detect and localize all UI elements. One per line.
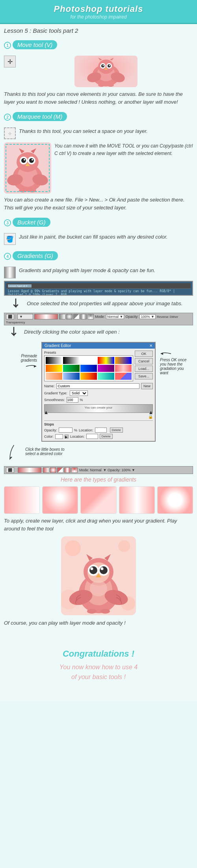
gradient-header-row: 4 Gradients (G) bbox=[4, 249, 193, 263]
marquee-tool-header: Marquee tool (M) bbox=[13, 112, 67, 121]
svg-point-51 bbox=[89, 566, 97, 574]
svg-point-24 bbox=[21, 158, 26, 163]
ge-color-label: Color: bbox=[44, 435, 54, 439]
ge-stop-right[interactable] bbox=[149, 411, 152, 414]
ge-load-button[interactable]: Load... bbox=[135, 366, 153, 372]
grad-preview-angle bbox=[80, 486, 116, 514]
ge-presets-box bbox=[44, 355, 133, 381]
preset-7[interactable] bbox=[63, 365, 80, 372]
gt-sep bbox=[16, 467, 16, 473]
preset-11[interactable] bbox=[46, 373, 62, 380]
ge-opacity-pct: % bbox=[74, 428, 77, 432]
svg-point-53 bbox=[91, 567, 93, 570]
svg-point-45 bbox=[87, 609, 97, 614]
ge-location-input2[interactable] bbox=[86, 434, 98, 439]
ge-delete-color-button[interactable]: Delete bbox=[100, 434, 113, 439]
gradient-title: Gradients (G) bbox=[17, 252, 53, 259]
ge-new-button[interactable]: New bbox=[141, 383, 153, 389]
preset-12[interactable] bbox=[63, 373, 80, 380]
gt-reflected[interactable] bbox=[64, 467, 71, 473]
ge-opacity-input[interactable] bbox=[59, 427, 72, 433]
preset-5[interactable] bbox=[115, 357, 132, 364]
gradient-number: 4 bbox=[4, 253, 11, 260]
ge-stop-left[interactable] bbox=[45, 411, 48, 414]
arrow-down-indicator bbox=[12, 298, 24, 311]
bucket-title: Bucket (G) bbox=[17, 219, 46, 226]
ge-smoothness-input[interactable] bbox=[67, 397, 78, 403]
bucket-description: Just like in paint, the bucket can fill … bbox=[19, 233, 167, 241]
ge-ok-button[interactable]: OK bbox=[135, 351, 153, 357]
bucket-number: 3 bbox=[4, 219, 11, 226]
ps-tool-icon: ⬛ bbox=[6, 314, 14, 319]
toolbar-note: Once selected the tool properties will a… bbox=[27, 300, 182, 308]
ge-color-swatch[interactable] bbox=[55, 434, 63, 439]
preset-4[interactable] bbox=[98, 357, 114, 364]
preset-1[interactable] bbox=[46, 357, 62, 364]
svg-point-26 bbox=[24, 159, 25, 161]
lesson-title: Lesson 5 : Basic tools part 2 bbox=[4, 27, 193, 34]
marquee-text-block: You can move it with the MOVE TOOL or yo… bbox=[54, 142, 193, 157]
svg-marker-11 bbox=[98, 58, 102, 60]
preset-15[interactable] bbox=[115, 373, 132, 380]
gradient-previews bbox=[4, 486, 193, 514]
gradient-diamond-icon bbox=[87, 314, 94, 319]
marquee-tool-title: Marquee tool (M) bbox=[17, 113, 62, 120]
svg-point-52 bbox=[100, 566, 108, 574]
bottom-spacer bbox=[4, 690, 193, 698]
ge-type-select[interactable]: Solid Noise bbox=[70, 390, 88, 396]
svg-point-25 bbox=[29, 158, 34, 163]
preset-9[interactable] bbox=[98, 365, 114, 372]
ge-gradient-preview-bar: You can create your bbox=[44, 404, 153, 413]
ps-canvas-area: Lesson Aged @ 99% Gradients and playing … bbox=[6, 289, 191, 296]
ge-body: Presets bbox=[42, 349, 155, 441]
ge-cancel-button[interactable]: Cancel bbox=[135, 358, 153, 364]
preset-8[interactable] bbox=[80, 365, 97, 372]
gt-linear[interactable] bbox=[43, 467, 49, 473]
gt-gradient-preview bbox=[18, 467, 41, 473]
grad-preview-reflected bbox=[119, 486, 155, 514]
preset-2[interactable] bbox=[63, 357, 80, 364]
ge-title-bar: Gradient Editor ✕ bbox=[42, 343, 155, 349]
preset-6[interactable] bbox=[46, 365, 62, 372]
ge-close-btn[interactable]: ✕ bbox=[149, 343, 152, 348]
preset-3[interactable] bbox=[80, 357, 97, 364]
gradient-types-toolbar: ⬛ Mode: Normal ▼ Opacity: 100% ▼ bbox=[4, 466, 193, 474]
header-subtitle: for the photoshop impaired bbox=[2, 14, 195, 20]
gradient-reflect-icon bbox=[80, 314, 87, 319]
svg-point-9 bbox=[103, 65, 104, 66]
svg-point-46 bbox=[100, 609, 110, 614]
preset-14[interactable] bbox=[98, 373, 114, 380]
ge-type-label: Gradient Type: bbox=[44, 391, 67, 395]
bucket-icon-box: 🪣 bbox=[4, 233, 16, 245]
header: Photoshop tutorials for the photoshop im… bbox=[0, 0, 197, 24]
move-tool-title: Move tool (V) bbox=[17, 41, 52, 48]
preset-10[interactable] bbox=[115, 365, 132, 372]
gt-type-icons bbox=[43, 467, 78, 473]
gt-diamond[interactable] bbox=[71, 467, 78, 473]
ge-left: Presets bbox=[44, 351, 133, 381]
gt-angle[interactable] bbox=[57, 467, 63, 473]
ge-delete-opacity-button[interactable]: Delete bbox=[110, 427, 123, 433]
ps-toolbar-mockup: ⬛ ▼ Mode: Normal ▼ Opacity: 100% ▼ Rever… bbox=[4, 313, 193, 325]
premade-annotation: Premade gradients bbox=[4, 354, 39, 370]
move-tool-owl-svg bbox=[74, 56, 138, 87]
move-tool-section: 1 Move tool (V) ✛ bbox=[4, 38, 193, 106]
ps-opacity-select[interactable]: 100% ▼ bbox=[139, 314, 155, 319]
ge-save-button[interactable]: Save... bbox=[135, 373, 153, 379]
bottom-annotation: Click the little boxes to select a desir… bbox=[8, 443, 193, 463]
grad-preview-radial bbox=[42, 486, 78, 514]
ge-name-input[interactable] bbox=[56, 383, 139, 389]
bucket-section: 3 Bucket (G) 🪣 Just like in paint, the b… bbox=[4, 215, 193, 245]
click-note: Directly clicking the color space will o… bbox=[24, 328, 120, 336]
preset-13[interactable] bbox=[80, 373, 97, 380]
ge-color-arrow[interactable]: ▶ bbox=[65, 435, 69, 439]
ps-mode-label: Mode: bbox=[95, 315, 105, 319]
ps-mode-select[interactable]: Normal ▼ bbox=[106, 314, 124, 319]
congrats-section: Congratulations ! You now know how to us… bbox=[4, 643, 193, 690]
marquee-owl-image bbox=[4, 142, 51, 194]
gt-radial[interactable] bbox=[50, 467, 56, 473]
ge-lock-row: 🔒 bbox=[44, 414, 153, 419]
layer-note: Of course, you can play with layer mode … bbox=[4, 619, 193, 627]
ge-location-input[interactable] bbox=[95, 427, 107, 433]
gradient-icon-box bbox=[4, 267, 16, 278]
